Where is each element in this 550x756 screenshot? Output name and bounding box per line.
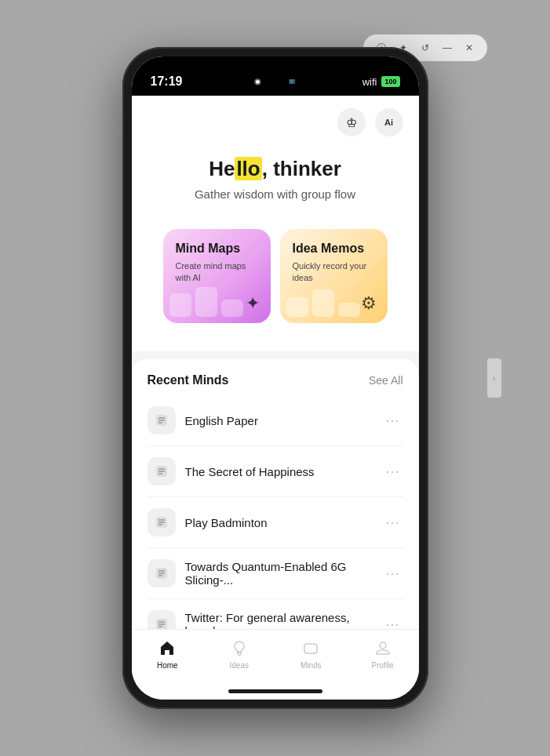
mind-item-name-1: English Paper xyxy=(185,414,383,427)
nav-profile[interactable]: Profile xyxy=(347,636,419,673)
mind-item-name-3: Play Badminton xyxy=(185,516,383,529)
sidebar-toggle[interactable]: › xyxy=(487,358,501,398)
main-content: ♔ Ai Hello, thinker Gather wisdom with g… xyxy=(132,96,419,700)
history-button[interactable]: ↺ xyxy=(417,39,434,56)
mind-icon-svg-1 xyxy=(155,413,169,427)
mind-item[interactable]: Play Badminton ··· xyxy=(148,497,403,548)
mind-item-icon-2 xyxy=(148,457,176,485)
ideas-icon xyxy=(230,639,249,658)
mind-item[interactable]: English Paper ··· xyxy=(148,395,403,446)
mind-item[interactable]: Towards Quantum-Enabled 6G Slicing-... ·… xyxy=(148,548,403,599)
phone-screen: 17:19 ◉ 📺 wifi 100 ♔ xyxy=(132,56,419,700)
mind-icon-svg-3 xyxy=(155,515,169,529)
di-right-icon: 📺 xyxy=(289,78,296,84)
greeting-section: Hello, thinker Gather wisdom with group … xyxy=(148,149,403,216)
cards-section: Mind Maps Create mind maps with AI ✦ xyxy=(148,216,403,336)
minds-icon xyxy=(301,639,320,658)
greeting-suffix: , thinker xyxy=(262,157,341,180)
mind-icon-svg-4 xyxy=(155,566,169,580)
mind-item-name-2: The Secret of Happiness xyxy=(185,465,383,478)
battery-badge: 100 xyxy=(381,76,399,87)
idea-memos-title: Idea Memos xyxy=(293,242,375,256)
greeting-title: Hello, thinker xyxy=(148,157,403,181)
ai-button[interactable]: Ai xyxy=(375,108,403,136)
mind-item-more-3[interactable]: ··· xyxy=(382,511,402,534)
greeting-subtitle: Gather wisdom with group flow xyxy=(148,187,403,201)
mind-maps-title: Mind Maps xyxy=(176,242,258,256)
nav-home-label: Home xyxy=(157,661,178,670)
see-all-button[interactable]: See All xyxy=(369,374,403,387)
dynamic-island: ◉ 📺 xyxy=(228,67,322,94)
home-indicator xyxy=(228,689,322,693)
nav-home[interactable]: Home xyxy=(132,636,204,673)
status-bar: 17:19 ◉ 📺 wifi 100 xyxy=(132,56,419,96)
top-icons-row: ♔ Ai xyxy=(148,108,403,136)
di-left-icon: ◉ xyxy=(254,77,261,85)
mind-icon-svg-2 xyxy=(155,464,169,478)
ai-icon: Ai xyxy=(384,118,393,127)
recent-title: Recent Minds xyxy=(148,373,229,387)
recent-header: Recent Minds See All xyxy=(148,359,403,395)
desktop-background: ⓘ ✦ ↺ — ✕ › 17:19 ◉ 📺 wifi 100 xyxy=(0,0,550,756)
mind-maps-card[interactable]: Mind Maps Create mind maps with AI ✦ xyxy=(163,229,271,323)
crown-icon: ♔ xyxy=(346,115,357,130)
home-icon xyxy=(158,639,177,658)
wifi-icon: wifi xyxy=(362,76,377,88)
profile-icon xyxy=(373,639,392,658)
phone-frame: 17:19 ◉ 📺 wifi 100 ♔ xyxy=(122,47,428,709)
mind-item[interactable]: The Secret of Happiness ··· xyxy=(148,446,403,497)
idea-memos-card[interactable]: Idea Memos Quickly record your ideas ⚙ xyxy=(280,229,388,323)
nav-minds[interactable]: Minds xyxy=(275,636,348,673)
mind-item-more-1[interactable]: ··· xyxy=(382,409,402,432)
nav-minds-label: Minds xyxy=(300,661,322,670)
svg-rect-24 xyxy=(304,644,317,653)
mind-item-icon-1 xyxy=(148,406,176,434)
crown-button[interactable]: ♔ xyxy=(337,108,366,136)
mind-item-icon-4 xyxy=(148,559,176,587)
status-time: 17:19 xyxy=(151,75,183,89)
nav-ideas-label: Ideas xyxy=(230,661,249,670)
minimize-button[interactable]: — xyxy=(439,39,456,56)
greeting-highlight: llo xyxy=(235,157,261,180)
top-section: ♔ Ai Hello, thinker Gather wisdom with g… xyxy=(132,96,419,351)
mind-item-name-4: Towards Quantum-Enabled 6G Slicing-... xyxy=(185,560,383,587)
idea-memos-icon: ⚙ xyxy=(361,293,377,314)
greeting-prefix: He xyxy=(209,157,235,180)
mind-item-more-4[interactable]: ··· xyxy=(382,562,402,585)
status-right: wifi 100 xyxy=(362,76,400,88)
mind-maps-icon: ✦ xyxy=(246,293,260,314)
nav-ideas[interactable]: Ideas xyxy=(203,636,275,673)
mind-item-icon-3 xyxy=(148,508,176,536)
nav-profile-label: Profile xyxy=(372,661,394,670)
close-button[interactable]: ✕ xyxy=(461,39,478,56)
mind-item-more-2[interactable]: ··· xyxy=(382,460,402,483)
